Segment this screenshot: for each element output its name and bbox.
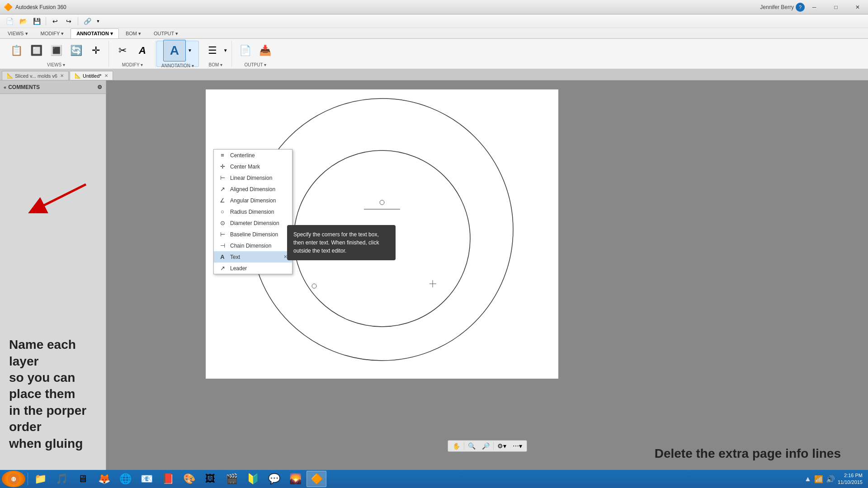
modify-icon1: ✂ (118, 45, 127, 56)
systray-expand[interactable]: ▲ (804, 475, 811, 483)
svg-line-1 (36, 184, 86, 209)
comments-content: Name each layer so you can place them in… (0, 94, 106, 470)
help-icon[interactable]: ? (796, 3, 805, 12)
document-tab-1[interactable]: 📐 Sliced v... molds v6 ✕ (2, 71, 69, 80)
chain-dropdown[interactable]: ▼ (95, 16, 101, 27)
taskbar-explorer[interactable]: 📁 (30, 471, 50, 487)
view-more-button[interactable]: ⋯▾ (510, 441, 525, 450)
taskbar-pictures[interactable]: 🌄 (285, 471, 305, 487)
annotation-main-button[interactable]: A (163, 40, 186, 61)
view-controls: ✋ 🔍 🔎 ⚙▾ ⋯▾ (448, 440, 527, 452)
leader-icon: ↗ (218, 265, 226, 272)
views-buttons: 📋 🔲 🔳 🔄 ✛ (7, 41, 105, 61)
tab-views[interactable]: VIEWS ▾ (2, 28, 34, 38)
tooltip: Specify the corners for the text box, th… (287, 225, 396, 260)
save-button[interactable]: 💾 (31, 16, 42, 27)
new-button[interactable]: 📄 (4, 16, 15, 27)
baseline-dim-label: Baseline Dimension (230, 231, 288, 238)
edit-view-button[interactable]: ✛ (87, 41, 105, 61)
redo-button[interactable]: ↪ (63, 16, 75, 27)
zoom-window-button[interactable]: 🔎 (479, 441, 492, 450)
menu-item-baseline-dim[interactable]: ⊢ Baseline Dimension (214, 229, 292, 240)
taskbar-teamviewer[interactable]: 🖥 (73, 471, 93, 487)
system-clock[interactable]: 2:16 PM 11/10/2015 (838, 472, 863, 486)
projected-view-button[interactable]: 🔲 (27, 41, 45, 61)
linear-dim-label: Linear Dimension (230, 175, 288, 181)
taskbar-antivirus[interactable]: 🔰 (243, 471, 263, 487)
ribbon-tabs: VIEWS ▾ MODIFY ▾ ANNOTATION ▾ BOM ▾ OUTP… (0, 28, 868, 38)
base-view-button[interactable]: 📋 (7, 41, 25, 61)
output-pdf-button[interactable]: 📄 (236, 41, 255, 61)
annotation-caret[interactable]: ▼ (188, 48, 192, 53)
collapse-icon[interactable]: « (4, 84, 6, 90)
tab-bom[interactable]: BOM ▾ (120, 28, 147, 38)
view-settings-button[interactable]: ⚙▾ (495, 441, 509, 450)
tab2-label: Untitled* (83, 73, 102, 79)
taskbar-premiere[interactable]: 🎬 (222, 471, 241, 487)
menu-item-radius-dim[interactable]: ○ Radius Dimension (214, 206, 292, 217)
menu-item-linear-dim[interactable]: ⊢ Linear Dimension (214, 172, 292, 183)
comments-label: COMMENTS (8, 84, 95, 90)
bom-icon: ☰ (208, 45, 217, 56)
zoom-fit-button[interactable]: 🔍 (465, 441, 478, 450)
bom-caret[interactable]: ▼ (223, 48, 228, 53)
aligned-dim-icon: ↗ (218, 186, 226, 192)
maximize-button[interactable]: □ (826, 0, 846, 14)
taskbar-firefox[interactable]: 🦊 (94, 471, 114, 487)
menu-item-aligned-dim[interactable]: ↗ Aligned Dimension (214, 183, 292, 195)
taskbar-chrome[interactable]: 🌐 (115, 471, 135, 487)
taskbar-outlook[interactable]: 📧 (137, 471, 156, 487)
menu-item-chain-dim[interactable]: ⊣ Chain Dimension (214, 240, 292, 251)
systray-network[interactable]: 📶 (814, 475, 823, 483)
chain-button[interactable]: 🔗 (81, 16, 93, 27)
menu-item-leader[interactable]: ↗ Leader (214, 263, 292, 274)
taskbar-fusion[interactable]: 🔶 (307, 471, 326, 487)
systray-volume[interactable]: 🔊 (826, 475, 835, 483)
tab2-close[interactable]: ✕ (104, 73, 108, 78)
linear-dim-icon: ⊢ (218, 174, 226, 181)
close-button[interactable]: ✕ (847, 0, 868, 14)
canvas-area[interactable]: ≡ Centerline ✛ Center Mark ⊢ Linear Dime… (106, 80, 868, 470)
taskbar-photoshop[interactable]: 🖼 (200, 471, 220, 487)
tab-annotation[interactable]: ANNOTATION ▾ (71, 28, 119, 38)
menu-item-center-mark[interactable]: ✛ Center Mark (214, 161, 292, 172)
detail-view-button[interactable]: 🔄 (67, 41, 85, 61)
leader-label: Leader (230, 265, 288, 272)
taskbar-media[interactable]: 🎵 (52, 471, 71, 487)
taskbar-acrobat[interactable]: 📕 (158, 471, 178, 487)
pan-button[interactable]: ✋ (450, 441, 463, 450)
open-button[interactable]: 📂 (17, 16, 29, 27)
taskbar-lync[interactable]: 💬 (264, 471, 284, 487)
modify-btn2[interactable]: A (133, 41, 151, 61)
annotation-dropdown-menu[interactable]: ≡ Centerline ✛ Center Mark ⊢ Linear Dime… (213, 149, 292, 274)
output-export-button[interactable]: 📥 (256, 41, 274, 61)
document-tab-2[interactable]: 📐 Untitled* ✕ (70, 71, 113, 80)
tab-output[interactable]: OUTPUT ▾ (148, 28, 184, 38)
modify-btn1[interactable]: ✂ (113, 41, 132, 61)
bom-button[interactable]: ☰ (203, 41, 222, 61)
left-panel: « COMMENTS ⚙ Name each layer so you can … (0, 80, 106, 470)
modify-label: MODIFY ▾ (122, 62, 143, 67)
section-view-button[interactable]: 🔳 (47, 41, 65, 61)
views-label: VIEWS ▾ (47, 62, 65, 67)
separator-1 (46, 17, 46, 25)
menu-item-text[interactable]: A Text ✕ (214, 251, 292, 263)
text-label: Text (230, 254, 280, 260)
ribbon-group-bom: ☰ ▼ BOM ▾ (200, 41, 232, 67)
app-title: Autodesk Fusion 360 (15, 4, 66, 10)
main-area: « COMMENTS ⚙ Name each layer so you can … (0, 80, 868, 470)
centerline-label: Centerline (230, 152, 288, 159)
ribbon-content: 📋 🔲 🔳 🔄 ✛ VIEWS ▾ ✂ (0, 38, 868, 69)
menu-item-diameter-dim[interactable]: ⊙ Diameter Dimension (214, 217, 292, 229)
minimize-button[interactable]: ─ (804, 0, 825, 14)
annotation-A-icon: A (170, 43, 179, 58)
tab1-icon: 📐 (7, 73, 13, 79)
menu-item-centerline[interactable]: ≡ Centerline (214, 150, 292, 161)
menu-item-angular-dim[interactable]: ∠ Angular Dimension (214, 195, 292, 206)
settings-icon[interactable]: ⚙ (97, 84, 102, 90)
tab1-close[interactable]: ✕ (60, 73, 64, 78)
start-button[interactable]: ⊕ (2, 471, 25, 487)
undo-button[interactable]: ↩ (49, 16, 61, 27)
taskbar-illustrator[interactable]: 🎨 (179, 471, 199, 487)
tab-modify[interactable]: MODIFY ▾ (35, 28, 70, 38)
